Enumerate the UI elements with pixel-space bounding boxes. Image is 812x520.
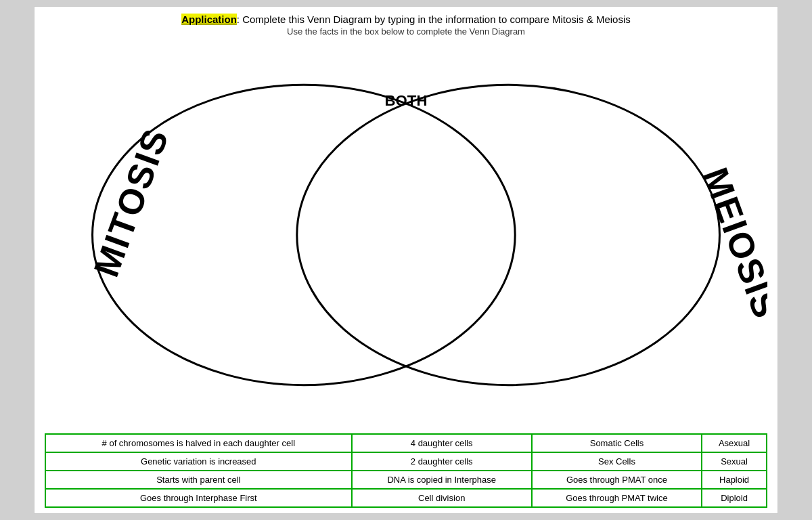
- table-row: Goes through Interphase FirstCell divisi…: [45, 489, 767, 507]
- table-cell: 4 daughter cells: [352, 434, 532, 452]
- mitosis-label: MITOSIS: [87, 123, 177, 282]
- table-cell: Cell division: [352, 489, 532, 507]
- title-bold: Application: [181, 14, 237, 25]
- table-cell: # of chromosomes is halved in each daugh…: [45, 434, 352, 452]
- table-cell: 2 daughter cells: [352, 452, 532, 471]
- venn-diagram-area: MITOSIS MEIOSIS BOTH: [45, 39, 767, 431]
- table-cell: Asexual: [702, 434, 767, 452]
- table-cell: Haploid: [702, 471, 767, 489]
- table-row: # of chromosomes is halved in each daugh…: [45, 434, 767, 452]
- venn-svg: MITOSIS MEIOSIS BOTH: [45, 39, 767, 431]
- title-rest: : Complete this Venn Diagram by typing i…: [237, 14, 631, 25]
- subtitle: Use the facts in the box below to comple…: [45, 26, 767, 37]
- table-cell: Starts with parent cell: [45, 471, 352, 489]
- both-label: BOTH: [385, 92, 428, 109]
- table-cell: Somatic Cells: [532, 434, 702, 452]
- svg-point-1: [297, 85, 720, 385]
- facts-table: # of chromosomes is halved in each daugh…: [45, 433, 767, 508]
- meiosis-label: MEIOSIS: [696, 162, 767, 324]
- table-row: Genetic variation is increased2 daughter…: [45, 452, 767, 471]
- table-cell: Diploid: [702, 489, 767, 507]
- title-line: Application: Complete this Venn Diagram …: [45, 14, 767, 25]
- table-row: Starts with parent cellDNA is copied in …: [45, 471, 767, 489]
- table-cell: Goes through PMAT twice: [532, 489, 702, 507]
- table-cell: DNA is copied in Interphase: [352, 471, 532, 489]
- table-cell: Sex Cells: [532, 452, 702, 471]
- main-page: Application: Complete this Venn Diagram …: [34, 6, 778, 514]
- header: Application: Complete this Venn Diagram …: [45, 14, 767, 37]
- table-cell: Goes through PMAT once: [532, 471, 702, 489]
- table-cell: Sexual: [702, 452, 767, 471]
- table-cell: Genetic variation is increased: [45, 452, 352, 471]
- table-cell: Goes through Interphase First: [45, 489, 352, 507]
